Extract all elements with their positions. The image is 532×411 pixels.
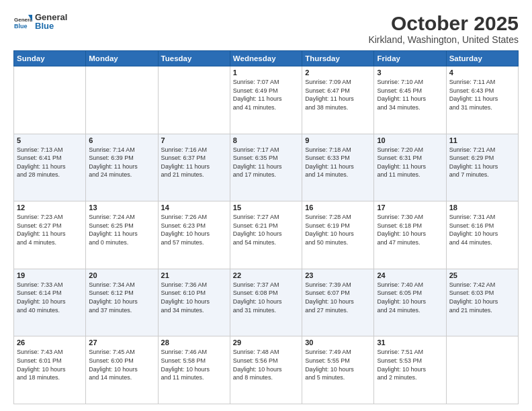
col-header-saturday: Saturday — [446, 51, 518, 66]
day-info: Sunrise: 7:07 AMSunset: 6:49 PMDaylight:… — [233, 78, 299, 111]
calendar-cell — [446, 336, 518, 404]
day-number: 12 — [17, 203, 83, 212]
day-number: 27 — [89, 338, 154, 347]
location-title: Kirkland, Washington, United States — [368, 34, 519, 45]
month-title: October 2025 — [368, 12, 519, 34]
col-header-friday: Friday — [374, 51, 446, 66]
calendar-cell: 27Sunrise: 7:45 AMSunset: 6:00 PMDayligh… — [86, 336, 158, 404]
calendar-cell — [14, 66, 86, 134]
day-info: Sunrise: 7:24 AMSunset: 6:25 PMDaylight:… — [89, 213, 154, 246]
day-number: 9 — [305, 136, 371, 144]
day-info: Sunrise: 7:10 AMSunset: 6:45 PMDaylight:… — [377, 78, 443, 111]
calendar-week-1: 5Sunrise: 7:13 AMSunset: 6:41 PMDaylight… — [14, 134, 519, 201]
day-info: Sunrise: 7:09 AMSunset: 6:47 PMDaylight:… — [305, 78, 371, 111]
day-number: 4 — [449, 68, 515, 77]
day-info: Sunrise: 7:51 AMSunset: 5:53 PMDaylight:… — [377, 348, 443, 381]
page: General Blue General Blue October 2025 K… — [0, 0, 532, 411]
day-info: Sunrise: 7:33 AMSunset: 6:14 PMDaylight:… — [17, 281, 83, 314]
day-number: 14 — [161, 203, 227, 212]
calendar-cell: 30Sunrise: 7:49 AMSunset: 5:55 PMDayligh… — [302, 336, 374, 404]
calendar-cell: 10Sunrise: 7:20 AMSunset: 6:31 PMDayligh… — [374, 134, 446, 201]
day-info: Sunrise: 7:14 AMSunset: 6:39 PMDaylight:… — [89, 146, 154, 179]
day-number: 25 — [449, 271, 515, 279]
day-info: Sunrise: 7:28 AMSunset: 6:19 PMDaylight:… — [305, 213, 371, 246]
day-info: Sunrise: 7:16 AMSunset: 6:37 PMDaylight:… — [161, 146, 227, 179]
col-header-thursday: Thursday — [302, 51, 374, 66]
day-info: Sunrise: 7:31 AMSunset: 6:16 PMDaylight:… — [449, 213, 515, 246]
svg-text:General: General — [14, 17, 32, 23]
day-info: Sunrise: 7:23 AMSunset: 6:27 PMDaylight:… — [17, 213, 83, 246]
day-number: 13 — [89, 203, 154, 212]
day-number: 30 — [305, 338, 371, 347]
logo-text: General Blue — [35, 13, 67, 30]
day-number: 2 — [305, 68, 371, 77]
calendar-cell: 11Sunrise: 7:21 AMSunset: 6:29 PMDayligh… — [446, 134, 518, 201]
day-info: Sunrise: 7:42 AMSunset: 6:03 PMDaylight:… — [449, 281, 515, 314]
calendar-cell: 12Sunrise: 7:23 AMSunset: 6:27 PMDayligh… — [14, 201, 86, 269]
day-number: 20 — [89, 271, 154, 279]
calendar-cell: 13Sunrise: 7:24 AMSunset: 6:25 PMDayligh… — [86, 201, 158, 269]
day-info: Sunrise: 7:20 AMSunset: 6:31 PMDaylight:… — [377, 146, 443, 179]
calendar-cell: 16Sunrise: 7:28 AMSunset: 6:19 PMDayligh… — [302, 201, 374, 269]
col-header-sunday: Sunday — [14, 51, 86, 66]
day-number: 21 — [161, 271, 227, 279]
calendar-cell: 29Sunrise: 7:48 AMSunset: 5:56 PMDayligh… — [230, 336, 302, 404]
calendar-cell: 20Sunrise: 7:34 AMSunset: 6:12 PMDayligh… — [86, 269, 158, 336]
day-number: 7 — [161, 136, 227, 144]
day-number: 6 — [89, 136, 154, 144]
calendar-cell: 25Sunrise: 7:42 AMSunset: 6:03 PMDayligh… — [446, 269, 518, 336]
day-number: 16 — [305, 203, 371, 212]
day-number: 26 — [17, 338, 83, 347]
day-number: 29 — [233, 338, 299, 347]
calendar-cell: 15Sunrise: 7:27 AMSunset: 6:21 PMDayligh… — [230, 201, 302, 269]
title-block: October 2025 Kirkland, Washington, Unite… — [368, 12, 519, 45]
day-number: 15 — [233, 203, 299, 212]
day-number: 28 — [161, 338, 227, 347]
day-info: Sunrise: 7:43 AMSunset: 6:01 PMDaylight:… — [17, 348, 83, 381]
day-number: 11 — [449, 136, 515, 144]
day-number: 10 — [377, 136, 443, 144]
calendar-week-3: 19Sunrise: 7:33 AMSunset: 6:14 PMDayligh… — [14, 269, 519, 336]
logo: General Blue General Blue — [13, 12, 67, 31]
calendar-week-4: 26Sunrise: 7:43 AMSunset: 6:01 PMDayligh… — [14, 336, 519, 404]
calendar-cell: 18Sunrise: 7:31 AMSunset: 6:16 PMDayligh… — [446, 201, 518, 269]
calendar-cell — [86, 66, 158, 134]
svg-text:Blue: Blue — [14, 23, 28, 30]
day-info: Sunrise: 7:37 AMSunset: 6:08 PMDaylight:… — [233, 281, 299, 314]
day-number: 17 — [377, 203, 443, 212]
day-info: Sunrise: 7:34 AMSunset: 6:12 PMDaylight:… — [89, 281, 154, 314]
calendar-cell: 3Sunrise: 7:10 AMSunset: 6:45 PMDaylight… — [374, 66, 446, 134]
day-number: 5 — [17, 136, 83, 144]
day-number: 23 — [305, 271, 371, 279]
calendar-cell: 22Sunrise: 7:37 AMSunset: 6:08 PMDayligh… — [230, 269, 302, 336]
header: General Blue General Blue October 2025 K… — [13, 12, 519, 45]
col-header-tuesday: Tuesday — [158, 51, 230, 66]
day-number: 1 — [233, 68, 299, 77]
day-info: Sunrise: 7:36 AMSunset: 6:10 PMDaylight:… — [161, 281, 227, 314]
calendar-cell: 31Sunrise: 7:51 AMSunset: 5:53 PMDayligh… — [374, 336, 446, 404]
calendar-cell: 8Sunrise: 7:17 AMSunset: 6:35 PMDaylight… — [230, 134, 302, 201]
day-info: Sunrise: 7:21 AMSunset: 6:29 PMDaylight:… — [449, 146, 515, 179]
day-info: Sunrise: 7:40 AMSunset: 6:05 PMDaylight:… — [377, 281, 443, 314]
day-number: 8 — [233, 136, 299, 144]
day-number: 22 — [233, 271, 299, 279]
day-info: Sunrise: 7:27 AMSunset: 6:21 PMDaylight:… — [233, 213, 299, 246]
calendar-cell: 7Sunrise: 7:16 AMSunset: 6:37 PMDaylight… — [158, 134, 230, 201]
col-header-wednesday: Wednesday — [230, 51, 302, 66]
calendar-cell: 17Sunrise: 7:30 AMSunset: 6:18 PMDayligh… — [374, 201, 446, 269]
day-number: 19 — [17, 271, 83, 279]
calendar-cell: 28Sunrise: 7:46 AMSunset: 5:58 PMDayligh… — [158, 336, 230, 404]
calendar-cell: 19Sunrise: 7:33 AMSunset: 6:14 PMDayligh… — [14, 269, 86, 336]
calendar-cell: 9Sunrise: 7:18 AMSunset: 6:33 PMDaylight… — [302, 134, 374, 201]
day-info: Sunrise: 7:49 AMSunset: 5:55 PMDaylight:… — [305, 348, 371, 381]
day-number: 24 — [377, 271, 443, 279]
day-info: Sunrise: 7:45 AMSunset: 6:00 PMDaylight:… — [89, 348, 154, 381]
day-info: Sunrise: 7:13 AMSunset: 6:41 PMDaylight:… — [17, 146, 83, 179]
calendar-cell: 21Sunrise: 7:36 AMSunset: 6:10 PMDayligh… — [158, 269, 230, 336]
day-info: Sunrise: 7:26 AMSunset: 6:23 PMDaylight:… — [161, 213, 227, 246]
calendar-cell: 6Sunrise: 7:14 AMSunset: 6:39 PMDaylight… — [86, 134, 158, 201]
day-info: Sunrise: 7:39 AMSunset: 6:07 PMDaylight:… — [305, 281, 371, 314]
calendar-cell: 5Sunrise: 7:13 AMSunset: 6:41 PMDaylight… — [14, 134, 86, 201]
logo-blue-text: Blue — [35, 21, 67, 30]
calendar-cell: 4Sunrise: 7:11 AMSunset: 6:43 PMDaylight… — [446, 66, 518, 134]
